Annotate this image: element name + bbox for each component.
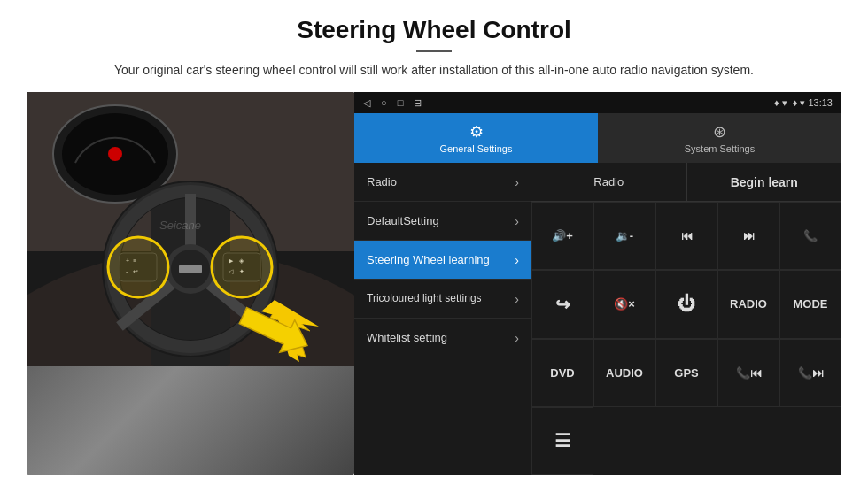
nav-tabs: ⚙ General Settings ⊛ System Settings: [354, 113, 841, 163]
content-area: + ≡ - ↩ ▶ ◈ ◁ ✦: [27, 92, 841, 475]
mute-icon: 🔇×: [614, 297, 635, 311]
gps-label: GPS: [674, 366, 698, 380]
status-bar: ◁ ○ □ ⊟ ♦ ▾ ♦ ▾ 13:13: [354, 92, 841, 113]
mode-button[interactable]: MODE: [779, 270, 841, 338]
chevron-icon: ›: [515, 175, 519, 189]
hang-up-button[interactable]: ↪: [531, 270, 593, 338]
radio-ctrl-label: RADIO: [730, 297, 767, 311]
vol-down-icon: 🔉-: [616, 229, 633, 242]
prev-track-button[interactable]: ⏮: [655, 202, 717, 270]
tel-prev-icon: 📞⏮: [736, 366, 762, 380]
right-controls: Radio Begin learn 🔊+ 🔉-: [531, 163, 841, 475]
home-icon[interactable]: ○: [381, 97, 387, 109]
menu-item-radio[interactable]: Radio ›: [354, 163, 531, 202]
main-content: Radio › DefaultSetting › Steering Wheel …: [354, 163, 841, 475]
svg-point-27: [108, 237, 168, 297]
svg-point-28: [212, 237, 272, 297]
top-controls: Radio Begin learn: [531, 163, 841, 202]
begin-learn-button[interactable]: Begin learn: [687, 163, 842, 201]
next-track-button[interactable]: ⏭: [717, 202, 779, 270]
next-track-icon: ⏭: [743, 229, 755, 242]
vol-up-icon: 🔊+: [552, 229, 573, 242]
power-button[interactable]: ⏻: [655, 270, 717, 338]
tab-system-label: System Settings: [685, 143, 755, 154]
car-image: + ≡ - ↩ ▶ ◈ ◁ ✦: [27, 92, 354, 475]
tab-general[interactable]: ⚙ General Settings: [354, 113, 598, 163]
begin-learn-label: Begin learn: [731, 175, 798, 189]
system-settings-icon: ⊛: [713, 122, 726, 142]
audio-button[interactable]: AUDIO: [593, 339, 655, 407]
steering-wheel-svg: + ≡ - ↩ ▶ ◈ ◁ ✦: [27, 92, 354, 366]
android-panel: ◁ ○ □ ⊟ ♦ ▾ ♦ ▾ 13:13 ⚙ General Settings…: [354, 92, 841, 475]
mute-button[interactable]: 🔇×: [593, 270, 655, 338]
page-title: Steering Wheel Control: [297, 16, 571, 44]
power-icon: ⏻: [678, 294, 695, 314]
tel-next-button[interactable]: 📞⏭: [779, 339, 841, 407]
status-bar-left: ◁ ○ □ ⊟: [363, 97, 422, 109]
mode-label: MODE: [794, 297, 828, 311]
menu-item-steering[interactable]: Steering Wheel learning ›: [354, 241, 531, 280]
tel-prev-button[interactable]: 📞⏮: [717, 339, 779, 407]
status-bar-right: ♦ ▾ ♦ ▾ 13:13: [774, 97, 833, 109]
svg-rect-16: [179, 265, 202, 273]
tab-general-label: General Settings: [440, 143, 513, 154]
svg-point-5: [108, 147, 122, 161]
phone-icon: 📞: [803, 229, 818, 242]
hang-up-icon: ↪: [555, 294, 570, 315]
tab-system[interactable]: ⊛ System Settings: [598, 113, 841, 163]
list-icon: ☰: [554, 430, 570, 451]
audio-label: AUDIO: [606, 366, 643, 380]
gps-button[interactable]: GPS: [655, 339, 717, 407]
dvd-label: DVD: [550, 366, 574, 380]
svg-text:Seicane: Seicane: [159, 219, 201, 232]
clock: ♦ ▾ 13:13: [793, 97, 833, 109]
back-icon[interactable]: ◁: [363, 97, 370, 109]
radio-ctrl-button[interactable]: RADIO: [717, 270, 779, 338]
radio-label: Radio: [593, 175, 624, 188]
dvd-button[interactable]: DVD: [531, 339, 593, 407]
menu-item-whitelist[interactable]: Whitelist setting ›: [354, 319, 531, 357]
left-menu: Radio › DefaultSetting › Steering Wheel …: [354, 163, 531, 475]
vol-up-button[interactable]: 🔊+: [531, 202, 593, 270]
list-button[interactable]: ☰: [531, 407, 593, 475]
general-settings-icon: ⚙: [469, 122, 484, 142]
tel-next-icon: 📞⏭: [798, 366, 824, 380]
menu-icon[interactable]: ⊟: [414, 97, 422, 109]
chevron-icon: ›: [515, 214, 519, 228]
recents-icon[interactable]: □: [398, 97, 404, 109]
signal-icon: ♦ ▾: [774, 97, 787, 109]
phone-button[interactable]: 📞: [779, 202, 841, 270]
chevron-icon: ›: [515, 292, 519, 306]
controls-grid: 🔊+ 🔉- ⏮ ⏭ 📞: [531, 202, 841, 475]
prev-track-icon: ⏮: [681, 229, 693, 242]
menu-item-default[interactable]: DefaultSetting ›: [354, 202, 531, 241]
chevron-icon: ›: [515, 331, 519, 345]
title-underline: [416, 50, 452, 52]
page-subtitle: Your original car's steering wheel contr…: [114, 61, 754, 80]
chevron-icon: ›: [515, 253, 519, 267]
page-wrapper: Steering Wheel Control Your original car…: [0, 0, 868, 484]
radio-button[interactable]: Radio: [531, 163, 687, 201]
vol-down-button[interactable]: 🔉-: [593, 202, 655, 270]
menu-item-tricoloured[interactable]: Tricoloured light settings ›: [354, 280, 531, 319]
